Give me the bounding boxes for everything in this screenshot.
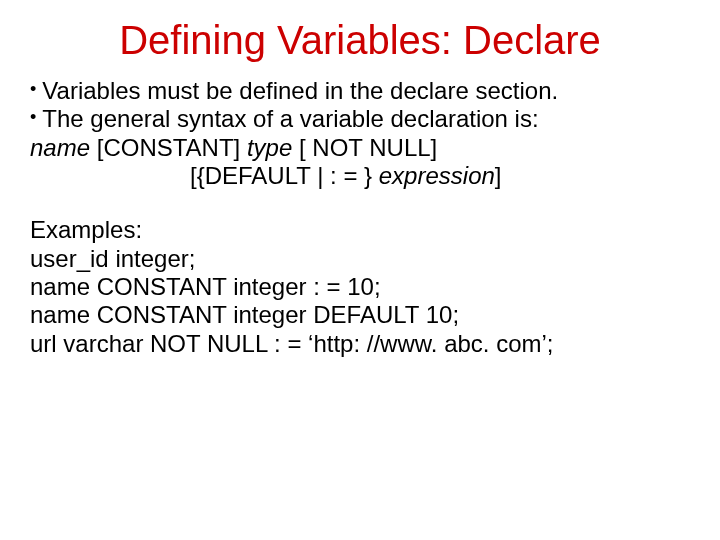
syntax-name: name <box>30 134 90 161</box>
bullet-item: • Variables must be defined in the decla… <box>30 77 690 105</box>
bullet-text: Variables must be defined in the declare… <box>42 77 558 105</box>
slide: Defining Variables: Declare • Variables … <box>0 0 720 358</box>
slide-body: • Variables must be defined in the decla… <box>30 77 690 358</box>
example-line: name CONSTANT integer : = 10; <box>30 273 690 301</box>
syntax-expression: expression <box>379 162 495 189</box>
examples-heading: Examples: <box>30 216 690 244</box>
syntax-default-suffix: ] <box>495 162 502 189</box>
example-line: name CONSTANT integer DEFAULT 10; <box>30 301 690 329</box>
syntax-notnull: [ NOT NULL] <box>292 134 437 161</box>
bullet-icon: • <box>30 105 36 130</box>
bullet-item: • The general syntax of a variable decla… <box>30 105 690 133</box>
example-line: url varchar NOT NULL : = ‘http: //www. a… <box>30 330 690 358</box>
example-line: user_id integer; <box>30 245 690 273</box>
bullet-text: The general syntax of a variable declara… <box>42 105 538 133</box>
syntax-line-2: [{DEFAULT | : = } expression] <box>30 162 690 190</box>
slide-title: Defining Variables: Declare <box>30 18 690 63</box>
syntax-type: type <box>247 134 292 161</box>
bullet-icon: • <box>30 77 36 102</box>
syntax-line-1: name [CONSTANT] type [ NOT NULL] <box>30 134 690 162</box>
spacer <box>30 190 690 216</box>
syntax-default-prefix: [{DEFAULT | : = } <box>190 162 379 189</box>
syntax-constant: [CONSTANT] <box>90 134 247 161</box>
